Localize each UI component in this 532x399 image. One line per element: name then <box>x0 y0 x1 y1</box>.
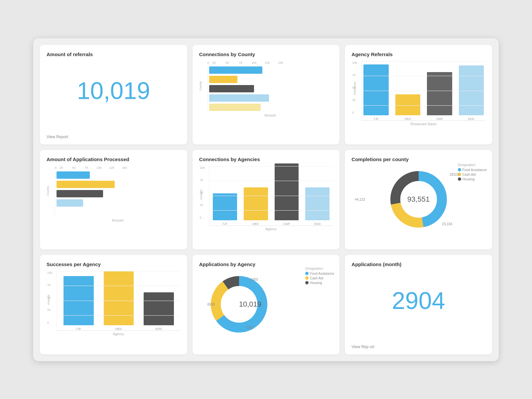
completions-county-title: Completions per county <box>351 156 485 162</box>
connections-county-chart: County 0 25 50 75 100 125 150 <box>199 61 333 117</box>
conn-agency-bar-edd: EDD <box>305 187 330 226</box>
card-successes-agency: Successes per Agency Amount 1007550250 <box>40 255 187 354</box>
agency-referrals-x-label: Restaurant Name <box>361 122 485 126</box>
connections-agencies-chart: TJF DED CWP EDD <box>209 166 333 226</box>
success-label-ded: DED <box>115 327 122 331</box>
successes-agency-chart: TJF DED EDD <box>57 271 181 331</box>
conn-agency-bar-cwp: CWP <box>275 163 299 226</box>
grid: Amount of referrals 10,019 View Report C… <box>40 45 492 354</box>
agency-referrals-title: Agency Referrals <box>351 51 485 57</box>
app-bar-3 <box>57 190 181 197</box>
applications-agency-title: Applications by Agency <box>199 261 333 267</box>
success-label-tjf: TJF <box>76 327 81 331</box>
agency-label-ded: DED <box>405 117 411 121</box>
success-bar-ded: DED <box>104 271 134 331</box>
app-agency-label-housing: 1003 <box>251 278 258 281</box>
app-agency-label-cash: 2506 <box>246 326 253 329</box>
conn-agency-label-tjf: TJF <box>222 222 227 226</box>
success-bar-edd: EDD <box>144 292 174 331</box>
conn-agency-label-edd: EDD <box>314 222 321 226</box>
county-bar-4 <box>209 94 333 102</box>
app-agency-label-food: 6509 <box>207 302 215 306</box>
card-agency-referrals: Agency Referrals Deliveries 1007550250 <box>345 45 492 145</box>
applications-month-value: 2904 <box>351 287 485 314</box>
county-bar-2 <box>209 76 333 83</box>
county-bar-3 <box>209 85 333 92</box>
agency-bar-tjf: TJF <box>363 64 388 121</box>
agency-bar-edd: EDD <box>459 65 484 121</box>
county-bar-5 <box>209 104 333 111</box>
success-bar-tjf: TJF <box>64 276 94 331</box>
completions-total: 93,551 <box>407 195 430 204</box>
applications-processed-title: Amount of Applications Processed <box>47 156 181 162</box>
card-completions-county: Completions per county Designation: Food… <box>345 150 492 249</box>
applications-processed-x-label: Amount <box>55 219 181 222</box>
applications-agency-total: 10,019 <box>239 300 261 309</box>
card-referrals: Amount of referrals 10,019 View Report <box>40 45 187 145</box>
conn-agency-label-ded: DED <box>253 222 259 226</box>
applications-agency-legend-title: Designation: <box>305 267 334 270</box>
applications-month-view-report[interactable]: View Rep ort <box>351 345 374 349</box>
connections-county-title: Connections by County <box>199 51 333 57</box>
app-bar-2 <box>57 181 181 188</box>
applications-processed-chart: County 0 25 50 75 100 125 150 <box>47 166 181 222</box>
completions-label-cash: 23,104 <box>442 222 452 226</box>
agency-referrals-chart: TJF DED CWP EDD <box>361 61 485 121</box>
connections-county-x-label: Amount <box>207 114 333 117</box>
app-bar-4 <box>57 199 181 207</box>
success-label-edd: EDD <box>156 327 162 331</box>
agency-bar-ded: DED <box>395 94 420 121</box>
referrals-title: Amount of referrals <box>47 51 181 57</box>
card-applications-agency: Applications by Agency Designation: Food… <box>193 255 340 354</box>
applications-month-title: Applications (month) <box>351 261 485 267</box>
agency-label-cwp: CWP <box>436 117 443 121</box>
connections-agencies-x-label: Agency <box>209 227 333 231</box>
card-applications-processed: Amount of Applications Processed County … <box>40 150 187 249</box>
dashboard: Amount of referrals 10,019 View Report C… <box>33 38 499 361</box>
conn-agency-bar-ded: DED <box>244 187 268 226</box>
conn-agency-label-cwp: CWP <box>283 222 290 226</box>
agency-label-tjf: TJF <box>373 117 379 121</box>
successes-agency-title: Successes per Agency <box>47 261 181 267</box>
connections-agencies-title: Connections by Agencies <box>199 156 333 162</box>
referrals-value: 10,019 <box>47 77 181 104</box>
app-bar-1 <box>57 171 181 179</box>
card-applications-month: Applications (month) 2904 View Rep ort <box>345 255 492 354</box>
card-connections-county: Connections by County County 0 25 50 75 … <box>193 45 340 145</box>
connections-county-y-label: County <box>199 81 202 91</box>
agency-bar-cwp: CWP <box>427 72 452 121</box>
completions-label-food: 44,132 <box>355 197 365 201</box>
conn-agency-bar-tjf: TJF <box>213 193 237 226</box>
referrals-view-report[interactable]: View Report <box>47 135 68 139</box>
agency-label-edd: EDD <box>468 117 474 121</box>
county-bar-1 <box>209 66 333 74</box>
applications-agency-donut: 10,019 6509 2506 1003 <box>199 271 333 338</box>
app-bar-5 <box>57 209 181 216</box>
card-connections-agencies: Connections by Agencies Amount 100755025… <box>193 150 340 249</box>
applications-processed-y-label: County <box>46 186 50 196</box>
completions-donut: 93,551 44,132 23,104 26315 <box>351 166 485 233</box>
completions-label-housing: 26315 <box>450 173 459 176</box>
successes-agency-x-label: Agency <box>57 332 181 336</box>
